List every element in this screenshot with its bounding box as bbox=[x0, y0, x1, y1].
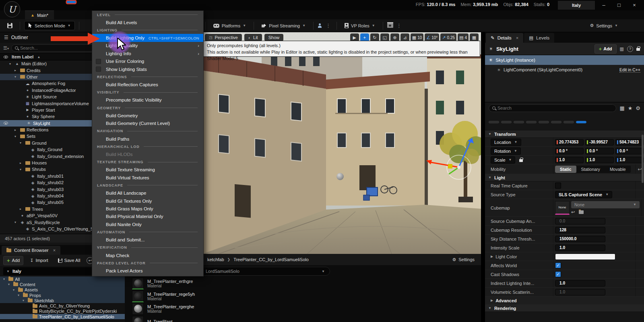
asset-row[interactable]: M_TreePlanter_rege5yh Material bbox=[132, 290, 481, 303]
real-time-capture-checkbox[interactable] bbox=[555, 183, 561, 189]
build-menu-item[interactable]: Build All Levels › bbox=[92, 19, 203, 26]
filter-chip[interactable] bbox=[564, 121, 574, 123]
menu-button[interactable] bbox=[88, 1, 97, 3]
filter-chip[interactable] bbox=[514, 121, 524, 123]
build-menu-item[interactable]: NAVIGATION › bbox=[92, 127, 203, 135]
source-type-dropdown[interactable]: SLS Captured Scene▼ bbox=[555, 191, 612, 198]
intensity-scale-field[interactable]: 1.0 bbox=[555, 245, 605, 251]
menu-button[interactable] bbox=[35, 1, 44, 3]
menu-button[interactable] bbox=[98, 1, 107, 3]
scale-dropdown[interactable]: Scale▼ bbox=[491, 156, 515, 164]
build-menu-item[interactable]: VERIFICATION › bbox=[92, 244, 203, 251]
build-menu-item[interactable]: HIERARCHICAL LOD › bbox=[92, 143, 203, 150]
folder-tree-row[interactable]: RustyBicycle_CC_by_PiotrPjotDyderski bbox=[0, 309, 125, 314]
details-search-input[interactable] bbox=[497, 106, 613, 110]
expand-arrow-icon[interactable] bbox=[14, 75, 18, 79]
build-menu-item[interactable]: LANDSCAPE › bbox=[92, 181, 203, 189]
scale-y-field[interactable]: 1.0 bbox=[585, 157, 614, 163]
expand-arrow-icon[interactable]: ▶ bbox=[491, 255, 493, 258]
camera-speed-button[interactable]: ▤ 4 bbox=[458, 33, 469, 42]
affects-world-checkbox[interactable]: ✓ bbox=[555, 262, 561, 268]
tab-main-level[interactable]: ▲ Main* bbox=[25, 10, 54, 19]
build-menu-item[interactable]: Build Virtual Textures › bbox=[92, 174, 203, 181]
filter-chip[interactable] bbox=[539, 121, 549, 123]
expand-arrow-icon[interactable] bbox=[14, 69, 18, 72]
blueprint-icon[interactable]: ▥ bbox=[620, 46, 624, 52]
folder-tree-row[interactable]: All bbox=[0, 276, 125, 282]
build-menu-item[interactable]: Lighting Info › bbox=[92, 50, 203, 57]
expand-arrow-icon[interactable] bbox=[9, 62, 13, 66]
cubemap-dropdown[interactable]: None▼ bbox=[571, 201, 640, 208]
folder-tree-row[interactable]: Assets bbox=[0, 287, 125, 293]
build-menu-item[interactable]: AUTOMATION › bbox=[92, 228, 203, 236]
folder-tree-row[interactable]: Props bbox=[0, 293, 125, 298]
details-search-box[interactable] bbox=[489, 104, 616, 112]
scale-lock-icon[interactable] bbox=[519, 159, 523, 162]
breadcrumb[interactable]: ketchfab bbox=[207, 257, 224, 262]
settings-dropdown[interactable]: ⚙ Settings ▼ bbox=[586, 21, 621, 30]
expand-arrow-icon[interactable] bbox=[14, 220, 18, 224]
add-component-button[interactable]: + Add bbox=[594, 44, 617, 54]
build-menu-item[interactable]: GEOMETRY › bbox=[92, 104, 203, 112]
cubemap-thumbnail[interactable]: None bbox=[555, 201, 570, 215]
build-menu-item[interactable]: Use Error Coloring › bbox=[92, 58, 203, 65]
section-transform[interactable]: ▼ Transform bbox=[485, 131, 644, 138]
build-menu-item[interactable]: Build All Landscape › bbox=[92, 189, 203, 197]
build-menu-item[interactable]: REFLECTIONS › bbox=[92, 73, 203, 81]
tab-content-browser[interactable]: Content Browser × bbox=[2, 246, 60, 255]
cubemap-resolution-field[interactable]: 128 bbox=[555, 227, 605, 233]
filter-icon[interactable]: ☰▾ bbox=[3, 46, 9, 51]
expand-arrow-icon[interactable] bbox=[20, 141, 23, 145]
section-rendering[interactable]: ▼ Rendering bbox=[485, 305, 644, 312]
filter-chip[interactable] bbox=[501, 121, 512, 123]
close-icon[interactable]: × bbox=[53, 248, 56, 253]
asset-settings-button[interactable]: ⚙ Settings bbox=[452, 257, 481, 262]
surface-snap-button[interactable]: ⊿ bbox=[400, 33, 409, 42]
location-y-field[interactable]: -30.99527 bbox=[585, 139, 614, 145]
build-menu-item[interactable]: Build Geometry › bbox=[92, 112, 203, 119]
folder-tree-row[interactable]: Content bbox=[0, 282, 125, 287]
scale-x-field[interactable]: 1.0 bbox=[555, 157, 584, 163]
breadcrumb-current[interactable]: TreePlanter_CC_by_LordSamueliSolo bbox=[233, 257, 309, 262]
expand-arrow-icon[interactable] bbox=[14, 128, 18, 132]
mobility-stationary-option[interactable]: Stationary bbox=[576, 166, 605, 173]
build-menu-item[interactable]: Show Lighting Stats › bbox=[92, 65, 203, 73]
move-tool-button[interactable]: + bbox=[360, 33, 369, 42]
location-z-field[interactable]: 504.74823 bbox=[615, 139, 644, 145]
mobility-movable-option[interactable]: Movable bbox=[605, 166, 631, 173]
overflow-menu-icon[interactable]: ⋮ bbox=[395, 23, 403, 29]
pixel-streaming-dropdown[interactable]: Pixel Streaming ▼ bbox=[258, 22, 309, 30]
build-menu-item[interactable]: VISIBILITY › bbox=[92, 89, 203, 96]
maximize-button[interactable]: □ bbox=[613, 0, 625, 10]
maximize-viewport-button[interactable]: ▦ bbox=[470, 33, 479, 42]
source-cubemap-angle-field[interactable]: 0.0 bbox=[555, 218, 605, 224]
tab-levels[interactable]: ▤ Levels bbox=[524, 33, 554, 43]
edit-in-cpp-link[interactable]: Edit in C++ bbox=[619, 67, 640, 73]
mobility-static-option[interactable]: Static bbox=[555, 166, 576, 173]
section-light[interactable]: ▼ Light bbox=[485, 174, 644, 181]
rotation-x-field[interactable]: 0.0 ° bbox=[555, 148, 584, 154]
filter-chip[interactable] bbox=[489, 121, 499, 123]
save-icon[interactable] bbox=[7, 23, 12, 28]
location-x-field[interactable]: 20.774353 bbox=[555, 139, 584, 145]
expand-arrow-icon[interactable] bbox=[23, 299, 26, 302]
unreal-engine-logo-icon[interactable]: U bbox=[4, 1, 20, 17]
expand-arrow-icon[interactable] bbox=[13, 288, 17, 292]
build-menu-item[interactable]: Build Geometry (Current Level) › bbox=[92, 120, 203, 127]
checkbox[interactable] bbox=[96, 66, 101, 72]
build-menu-item[interactable]: TEXTURE STREAMING › bbox=[92, 158, 203, 166]
lock-icon[interactable] bbox=[636, 48, 640, 51]
vp-roles-dropdown[interactable]: VP Roles ▼ bbox=[341, 21, 379, 30]
world-local-toggle-button[interactable]: ⊕ bbox=[390, 33, 399, 42]
settings-gear-icon[interactable]: ⚙ bbox=[636, 105, 640, 111]
asset-row[interactable]: M_TreePlanter_rgerghe Material bbox=[132, 303, 481, 316]
visibility-column-icon[interactable] bbox=[4, 56, 8, 58]
close-button[interactable]: × bbox=[628, 0, 641, 10]
build-menu-item[interactable]: LEVEL › bbox=[92, 11, 203, 19]
rotation-dropdown[interactable]: Rotation▼ bbox=[491, 147, 521, 155]
menu-button[interactable] bbox=[67, 1, 76, 3]
platforms-dropdown[interactable]: Platforms ▼ bbox=[210, 22, 250, 30]
rotation-y-field[interactable]: 0.0 ° bbox=[585, 148, 614, 154]
build-menu-item[interactable]: Build Physical Material Only › bbox=[92, 213, 203, 220]
build-menu-item[interactable]: Build Nanite Only › bbox=[92, 220, 203, 228]
